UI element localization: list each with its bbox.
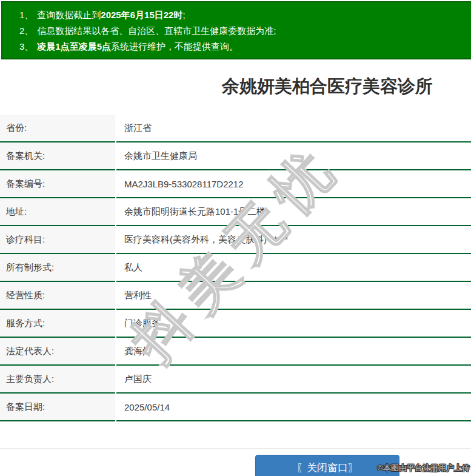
row-value: 私人 xyxy=(116,254,471,282)
table-row-record-date: 备案日期: 2025/05/14 xyxy=(0,394,471,421)
page-title: 余姚妍美柏合医疗美容诊所 xyxy=(0,74,471,98)
row-value: 浙江省 xyxy=(116,115,471,142)
close-window-button[interactable]: 〖关闭窗口〗 xyxy=(255,455,399,476)
row-label: 备案编号: xyxy=(0,170,115,198)
row-label: 省份: xyxy=(0,115,115,142)
notice-text-bold: 凌晨1点至凌晨5点 xyxy=(37,41,111,52)
notice-text: 查询数据截止到 xyxy=(37,10,101,20)
row-value: 门诊服务 xyxy=(116,310,471,338)
notice-line-1: 1、查询数据截止到2025年6月15日22时; xyxy=(19,7,471,23)
row-value: 2025/05/14 xyxy=(116,394,471,421)
notice-text: 系统进行维护，不能提供查询。 xyxy=(111,41,238,52)
row-value: 营利性 xyxy=(116,282,471,310)
notice-number: 3、 xyxy=(19,41,33,52)
row-label: 主要负责人: xyxy=(0,366,115,394)
notice-number: 1、 xyxy=(19,10,33,20)
table-row-departments: 诊疗科目: 医疗美容科(美容外科，美容皮肤科)****** xyxy=(0,226,471,254)
notice-text-bold: 2025年6月15日22时 xyxy=(101,10,182,20)
row-label: 备案机关: xyxy=(0,142,115,170)
table-row-record-number: 备案编号: MA2J3LB9-533028117D2212 xyxy=(0,170,471,198)
table-row-authority: 备案机关: 余姚市卫生健康局 xyxy=(0,142,471,170)
row-label: 服务方式: xyxy=(0,310,115,338)
notice-line-2: 2、信息数据结果以各省、自治区、直辖市卫生健康委数据为准; xyxy=(19,23,471,39)
notice-text: 信息数据结果以各省、自治区、直辖市卫生健康委数据为准; xyxy=(37,25,276,36)
row-value: 龚海灯 xyxy=(116,338,471,366)
row-value: 余姚市卫生健康局 xyxy=(116,142,471,170)
row-value: MA2J3LB9-533028117D2212 xyxy=(116,170,471,198)
row-label: 备案日期: xyxy=(0,394,115,421)
row-value: 卢国庆 xyxy=(116,366,471,394)
table-row-person-in-charge: 主要负责人: 卢国庆 xyxy=(0,366,471,394)
page-container: 1、查询数据截止到2025年6月15日22时; 2、信息数据结果以各省、自治区、… xyxy=(0,1,471,476)
footer-divider xyxy=(0,448,471,449)
row-value: 余姚市阳明街道长元路101-1号二楼 xyxy=(116,198,471,226)
table-row-ownership: 所有制形式: 私人 xyxy=(0,254,471,282)
row-label: 诊疗科目: xyxy=(0,226,115,254)
table-row-legal-representative: 法定代表人: 龚海灯 xyxy=(0,338,471,366)
table-row-service-mode: 服务方式: 门诊服务 xyxy=(0,310,471,338)
table-row-province: 省份: 浙江省 xyxy=(0,115,471,142)
notice-text: ; xyxy=(182,10,185,20)
row-label: 经营性质: xyxy=(0,282,115,310)
row-label: 所有制形式: xyxy=(0,254,115,282)
table-row-address: 地址: 余姚市阳明街道长元路101-1号二楼 xyxy=(0,198,471,226)
row-value: 医疗美容科(美容外科，美容皮肤科)****** xyxy=(116,226,471,254)
notice-line-3: 3、凌晨1点至凌晨5点系统进行维护，不能提供查询。 xyxy=(19,39,471,55)
record-table: 省份: 浙江省 备案机关: 余姚市卫生健康局 备案编号: MA2J3LB9-53… xyxy=(0,115,471,421)
row-label: 地址: xyxy=(0,198,115,226)
table-row-business-nature: 经营性质: 营利性 xyxy=(0,282,471,310)
notice-banner: 1、查询数据截止到2025年6月15日22时; 2、信息数据结果以各省、自治区、… xyxy=(1,1,471,59)
row-label: 法定代表人: xyxy=(0,338,115,366)
notice-number: 2、 xyxy=(19,25,33,36)
